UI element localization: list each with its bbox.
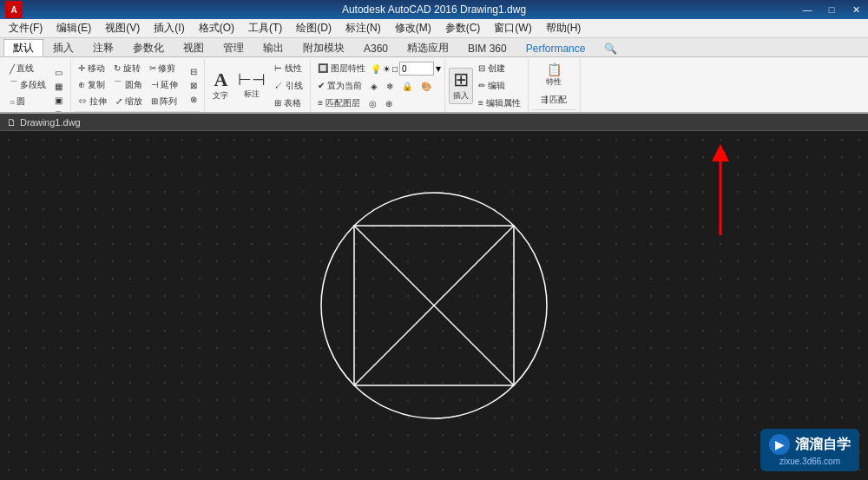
btn-table[interactable]: ⊞ 表格: [271, 95, 306, 111]
tab-output[interactable]: 输出: [253, 39, 293, 56]
layer-row3: ≡ 匹配图层 ◎ ⊕: [314, 95, 441, 111]
btn-match-props[interactable]: ⇶ 匹配: [537, 92, 571, 108]
close-button[interactable]: ✕: [844, 0, 868, 19]
btn-edit-block[interactable]: ✏ 编辑: [475, 78, 524, 94]
btn-layer-merge[interactable]: ⊕: [382, 97, 396, 110]
tab-annotate[interactable]: 注释: [83, 39, 123, 56]
group-draw-content: ╱直线 ⌒多段线 ○圆 ◜圆弧 ▭ ▦ ▣ ⊡: [5, 61, 67, 114]
ribbon-panel: ╱直线 ⌒多段线 ○圆 ◜圆弧 ▭ ▦ ▣ ⊡ 绘图 ▾ ✛ 移动 ↻ 旋转 ✂…: [0, 57, 868, 114]
btn-trim[interactable]: ✂ 修剪: [146, 61, 180, 76]
canvas-area[interactable]: ▶ 溜溜自学 zixue.3d66.com: [0, 131, 868, 480]
drawing-filename: Drawing1.dwg: [20, 117, 81, 128]
btn-extend[interactable]: ⊣ 延伸: [148, 77, 182, 93]
btn-array[interactable]: ⊞ 阵列: [148, 94, 181, 109]
btn-move[interactable]: ✛ 移动: [75, 61, 108, 76]
btn-erase[interactable]: ⊗: [187, 93, 201, 106]
btn-polyline[interactable]: ⌒多段线: [6, 77, 49, 93]
btn-properties[interactable]: 📋 特性: [542, 61, 566, 90]
btn-layer-freeze[interactable]: ❄: [383, 80, 397, 93]
menu-bar: 文件(F) 编辑(E) 视图(V) 插入(I) 格式(O) 工具(T) 绘图(D…: [0, 19, 868, 38]
btn-create-block[interactable]: ⊟ 创建: [475, 61, 524, 76]
menu-params[interactable]: 参数(C): [438, 19, 488, 37]
btn-dimension-big[interactable]: ⊢⊣ 标注: [234, 69, 269, 102]
group-block: ⊞ 插入 ⊟ 创建 ✏ 编辑 ≡ 编辑属性 块 ▾: [445, 59, 529, 112]
group-layers-content: 🔲 图层特性 💡 ☀ □ ▾ ✔ 置为当前 ◈ ❄ 🔒 🎨: [314, 61, 441, 111]
btn-region[interactable]: ⊡: [51, 108, 66, 114]
tab-manage[interactable]: 管理: [214, 39, 253, 56]
title-text: Autodesk AutoCAD 2016 Drawing1.dwg: [342, 3, 526, 16]
tab-view[interactable]: 视图: [174, 39, 214, 56]
btn-leader[interactable]: ↙ 引线: [271, 78, 306, 94]
btn-edit-block-attr[interactable]: ≡ 编辑属性: [475, 95, 524, 111]
modify-row3: ⇔ 拉伸 ⤢ 缩放 ⊞ 阵列: [75, 94, 181, 109]
menu-format[interactable]: 格式(O): [192, 19, 241, 37]
modify-row2: ⊕ 复制 ⌒ 圆角 ⊣ 延伸: [75, 77, 181, 93]
btn-layer-props[interactable]: 🔲 图层特性: [314, 61, 369, 76]
btn-circle[interactable]: ○圆: [6, 94, 29, 109]
menu-edit[interactable]: 编辑(E): [49, 19, 98, 37]
btn-layer-walk[interactable]: ◎: [365, 97, 380, 110]
group-props: 📋 特性 ⇶ 匹配 特性 ▾: [529, 59, 581, 112]
btn-mirror[interactable]: ⊟: [187, 65, 201, 78]
menu-window[interactable]: 窗口(W): [487, 19, 538, 37]
drawing-container: 🗋 Drawing1.dwg ▶ 溜溜自学: [0, 114, 868, 480]
btn-copy[interactable]: ⊕ 复制: [75, 77, 108, 93]
drawing-titlebar: 🗋 Drawing1.dwg: [0, 114, 868, 131]
group-modify: ✛ 移动 ↻ 旋转 ✂ 修剪 ⊕ 复制 ⌒ 圆角 ⊣ 延伸 ⇔ 拉伸 ⤢ 缩放 …: [71, 59, 205, 112]
btn-linear[interactable]: ⊢ 线性: [271, 61, 306, 76]
layer-row1: 🔲 图层特性 💡 ☀ □ ▾: [314, 61, 441, 76]
btn-layer-match[interactable]: ≡ 匹配图层: [314, 95, 364, 111]
btn-scale[interactable]: ⤢ 缩放: [112, 94, 146, 109]
watermark: ▶ 溜溜自学 zixue.3d66.com: [760, 429, 859, 471]
drawing-svg: [0, 131, 868, 480]
watermark-name: 溜溜自学: [795, 436, 851, 454]
tab-a360[interactable]: A360: [354, 39, 398, 56]
menu-modify[interactable]: 修改(M): [388, 19, 438, 37]
menu-draw[interactable]: 绘图(D): [289, 19, 339, 37]
menu-file[interactable]: 文件(F): [2, 19, 49, 37]
tab-performance[interactable]: Performance: [516, 39, 595, 56]
tab-addons[interactable]: 附加模块: [293, 39, 354, 56]
drawing-file-icon: 🗋: [7, 117, 16, 128]
btn-layer-lock[interactable]: 🔒: [398, 80, 416, 93]
watermark-url: zixue.3d66.com: [779, 457, 840, 466]
menu-tools[interactable]: 工具(T): [241, 19, 289, 37]
btn-rotate[interactable]: ↻ 旋转: [110, 61, 144, 76]
btn-text-big[interactable]: A 文字: [208, 68, 233, 104]
btn-rect[interactable]: ▭: [51, 66, 66, 79]
btn-fillet[interactable]: ⌒ 圆角: [110, 77, 146, 93]
btn-layer-isolate[interactable]: ◈: [367, 80, 381, 93]
group-annotate-content: A 文字 ⊢⊣ 标注 ⊢ 线性 ↙ 引线 ⊞ 表格: [208, 61, 306, 111]
watermark-logo: ▶ 溜溜自学: [769, 434, 851, 455]
tab-default[interactable]: 默认: [3, 39, 43, 56]
btn-stretch[interactable]: ⇔ 拉伸: [75, 94, 110, 109]
minimize-button[interactable]: —: [795, 0, 819, 19]
btn-line[interactable]: ╱直线: [6, 61, 37, 76]
btn-insert-block[interactable]: ⊞ 插入: [449, 68, 473, 104]
btn-layer-current[interactable]: ✔ 置为当前: [314, 78, 365, 94]
menu-view[interactable]: 视图(V): [98, 19, 147, 37]
window-controls: — □ ✕: [795, 0, 868, 19]
btn-offset[interactable]: ⊠: [187, 79, 201, 92]
watermark-icon: ▶: [769, 434, 790, 455]
btn-layer-color[interactable]: 🎨: [418, 80, 435, 93]
layer-input[interactable]: [399, 62, 434, 76]
tab-insert[interactable]: 插入: [43, 39, 83, 56]
menu-dimension[interactable]: 标注(N): [339, 19, 388, 37]
group-draw: ╱直线 ⌒多段线 ○圆 ◜圆弧 ▭ ▦ ▣ ⊡ 绘图 ▾: [2, 59, 71, 112]
group-annotate: A 文字 ⊢⊣ 标注 ⊢ 线性 ↙ 引线 ⊞ 表格 注释 ▾: [205, 59, 311, 112]
btn-gradient[interactable]: ▣: [51, 94, 66, 107]
maximize-button[interactable]: □: [819, 0, 844, 19]
autocad-logo: A: [5, 1, 23, 18]
layer-row2: ✔ 置为当前 ◈ ❄ 🔒 🎨: [314, 78, 441, 94]
group-modify-content: ✛ 移动 ↻ 旋转 ✂ 修剪 ⊕ 复制 ⌒ 圆角 ⊣ 延伸 ⇔ 拉伸 ⤢ 缩放 …: [75, 61, 201, 109]
btn-hatch[interactable]: ▦: [51, 80, 66, 93]
tab-bim360[interactable]: BIM 360: [458, 39, 516, 56]
menu-help[interactable]: 帮助(H): [539, 19, 589, 37]
tab-search[interactable]: 🔍: [595, 39, 627, 56]
tab-parametric[interactable]: 参数化: [123, 39, 174, 56]
title-bar: A Autodesk AutoCAD 2016 Drawing1.dwg — □…: [0, 0, 868, 19]
group-block-content: ⊞ 插入 ⊟ 创建 ✏ 编辑 ≡ 编辑属性: [449, 61, 524, 111]
tab-featured[interactable]: 精选应用: [398, 39, 458, 56]
menu-insert[interactable]: 插入(I): [147, 19, 191, 37]
